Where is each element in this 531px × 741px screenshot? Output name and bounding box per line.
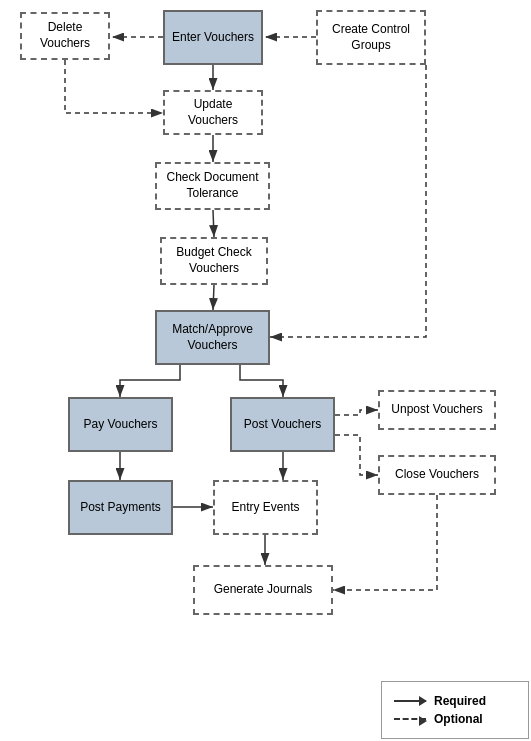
unpost-vouchers-node: Unpost Vouchers xyxy=(378,390,496,430)
legend: Required Optional xyxy=(381,681,529,739)
pay-vouchers-node: Pay Vouchers xyxy=(68,397,173,452)
post-vouchers-node: Post Vouchers xyxy=(230,397,335,452)
delete-vouchers-node: Delete Vouchers xyxy=(20,12,110,60)
check-document-tolerance-node: Check DocumentTolerance xyxy=(155,162,270,210)
required-label: Required xyxy=(434,694,486,708)
enter-vouchers-node: Enter Vouchers xyxy=(163,10,263,65)
post-payments-node: Post Payments xyxy=(68,480,173,535)
legend-optional-row: Optional xyxy=(394,712,516,726)
close-vouchers-node: Close Vouchers xyxy=(378,455,496,495)
legend-required-row: Required xyxy=(394,694,516,708)
svg-line-6 xyxy=(213,210,214,237)
optional-label: Optional xyxy=(434,712,483,726)
entry-events-node: Entry Events xyxy=(213,480,318,535)
budget-check-vouchers-node: Budget CheckVouchers xyxy=(160,237,268,285)
generate-journals-node: Generate Journals xyxy=(193,565,333,615)
create-control-groups-node: Create ControlGroups xyxy=(316,10,426,65)
arrows-svg xyxy=(0,0,531,741)
match-approve-vouchers-node: Match/ApproveVouchers xyxy=(155,310,270,365)
diagram: Enter Vouchers Delete Vouchers Create Co… xyxy=(0,0,531,741)
update-vouchers-node: UpdateVouchers xyxy=(163,90,263,135)
svg-line-7 xyxy=(213,285,214,310)
